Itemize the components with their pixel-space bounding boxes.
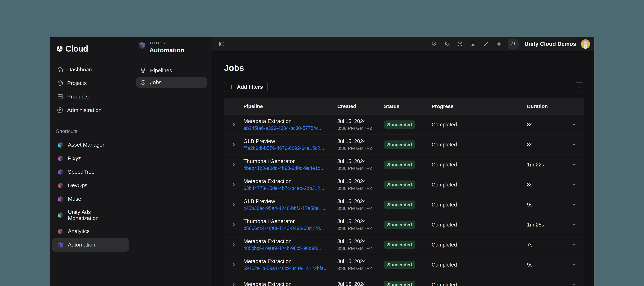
sidebar-item-projects[interactable]: Projects	[50, 76, 131, 90]
desktop-background: Cloud Dashboard Projects Products Admi	[0, 0, 644, 286]
progress-cell: Completed	[432, 282, 527, 286]
column-header-created: Created	[337, 104, 384, 109]
expand-row-button[interactable]	[230, 262, 237, 268]
row-options-button[interactable]	[572, 202, 577, 207]
sidebar-item-speedtree[interactable]: SpeedTree	[52, 165, 128, 179]
panel-toggle-icon	[219, 41, 225, 47]
fullscreen-button[interactable]	[482, 40, 490, 48]
status-badge: Succeeded	[384, 160, 415, 169]
expand-row-button[interactable]	[230, 182, 237, 188]
job-id-link[interactable]: f7a2b9df-b576-4679-8892-64a15c2...	[244, 145, 324, 151]
job-id-link[interactable]: c45b38ac-95a4-4248-bbf2-17a58a1...	[244, 206, 325, 211]
pipelines-icon	[140, 67, 146, 74]
plus-icon	[229, 84, 234, 90]
panel-toggle-button[interactable]	[218, 40, 226, 48]
expand-row-button[interactable]	[230, 142, 237, 148]
created-cell: Jul 15, 2024 3:36 PM GMT+2	[337, 198, 384, 211]
row-options-button[interactable]	[572, 142, 577, 147]
shortcuts-header: Shortcuts	[50, 127, 131, 135]
ellipsis-icon	[572, 242, 577, 247]
ellipsis-icon	[572, 202, 577, 207]
sidebar-item-automation[interactable]: Automation	[52, 238, 128, 252]
expand-row-button[interactable]	[230, 122, 237, 128]
row-options-button[interactable]	[572, 242, 577, 247]
ellipsis-icon	[572, 162, 577, 167]
table-row: Thumbnail Generator 4beb41b0-e0dd-4b98-9…	[224, 154, 584, 174]
created-date: Jul 15, 2024	[337, 238, 384, 244]
sidebar-item-analytics[interactable]: Analytics	[52, 225, 128, 238]
created-cell: Jul 15, 2024	[337, 281, 384, 286]
sidebar-item-dashboard[interactable]: Dashboard	[50, 63, 131, 76]
status-badge: Succeeded	[384, 281, 415, 286]
account-name[interactable]: Unity Cloud Demos	[524, 41, 576, 47]
progress-cell: Completed	[432, 202, 527, 208]
status-cell: Succeeded	[384, 141, 432, 149]
job-id-link[interactable]: eb245fa6-e399-4384-bc30-57754c...	[244, 126, 322, 131]
app-logo[interactable]: Cloud	[50, 43, 131, 54]
row-options-button[interactable]	[572, 282, 577, 286]
row-options-button[interactable]	[572, 122, 577, 127]
row-options-button[interactable]	[572, 262, 577, 268]
feedback-button[interactable]	[469, 40, 477, 48]
row-options-button[interactable]	[572, 162, 577, 167]
job-id-link[interactable]: 63b44778-15de-4b7c-b4eb-2bb312...	[244, 186, 324, 191]
job-id-link[interactable]: 4beb41b0-e0dd-4b98-9d0d-9a4e1d...	[244, 165, 324, 171]
sidebar-item-pixyz[interactable]: Pixyz	[52, 152, 128, 165]
ellipsis-icon	[572, 122, 577, 127]
created-time: 3:36 PM GMT+2	[337, 206, 384, 211]
page-title: Jobs	[224, 63, 584, 73]
topbar-actions: Unity Cloud Demos	[430, 39, 590, 49]
created-time: 3:36 PM GMT+2	[337, 186, 384, 191]
pipeline-cell: Thumbnail Generator b5866cc4-46ab-4143-8…	[244, 218, 337, 231]
job-id-link[interactable]: b5866cc4-46ab-4143-8496-08d128...	[244, 226, 324, 231]
progress-cell: Completed	[432, 182, 527, 188]
expand-row-button[interactable]	[230, 242, 237, 248]
sidebar-item-administration[interactable]: Administration	[50, 103, 131, 117]
expand-row-button[interactable]	[230, 282, 237, 286]
expand-row-button[interactable]	[230, 222, 237, 228]
apps-grid-button[interactable]	[495, 40, 503, 48]
sidebar-item-muse[interactable]: Muse	[52, 192, 128, 206]
sidebar-item-products[interactable]: Products	[50, 90, 131, 103]
row-options-button[interactable]	[572, 222, 577, 227]
primary-sidebar: Cloud Dashboard Projects Products Admi	[50, 37, 131, 286]
devops-icon	[57, 182, 64, 189]
created-cell: Jul 15, 2024 3:36 PM GMT+2	[337, 118, 384, 131]
status-cell: Succeeded	[384, 201, 432, 209]
status-badge: Succeeded	[384, 221, 415, 229]
unity-cloud-window: Cloud Dashboard Projects Products Admi	[50, 37, 594, 286]
sidebar-item-pipelines[interactable]: Pipelines	[136, 65, 207, 76]
row-options-button[interactable]	[572, 182, 577, 187]
sidebar-item-devops[interactable]: DevOps	[52, 179, 128, 192]
chevron-right-icon	[230, 122, 237, 128]
created-cell: Jul 15, 2024 3:36 PM GMT+2	[337, 258, 384, 271]
job-id-link[interactable]: 59152e1b-59a1-46c9-8c4e-1c122bfa...	[244, 266, 328, 271]
avatar[interactable]	[581, 39, 590, 49]
ellipsis-icon	[572, 282, 577, 286]
expand-row-button[interactable]	[230, 161, 237, 168]
created-time: 3:36 PM GMT+2	[337, 165, 384, 171]
duration-cell: 9s	[527, 262, 565, 268]
sidebar-item-asset-manager[interactable]: Asset Manager	[52, 138, 128, 152]
plus-icon	[117, 128, 123, 134]
table-options-button[interactable]	[575, 82, 584, 92]
job-id-link[interactable]: 485cbc64-9ae9-424b-98c5-96d98...	[244, 246, 321, 251]
notifications-button[interactable]	[508, 39, 519, 49]
members-button[interactable]	[443, 40, 451, 48]
pipeline-name: GLB Preview	[244, 198, 337, 204]
help-button[interactable]	[456, 40, 464, 48]
main-area: Unity Cloud Demos	[212, 37, 594, 286]
shortcuts-label: Shortcuts	[56, 128, 77, 134]
pipeline-cell: Metadata Extraction	[244, 281, 337, 286]
duration-cell: 9s	[527, 202, 565, 208]
sidebar-item-jobs[interactable]: Jobs	[136, 77, 207, 88]
ellipsis-icon	[572, 182, 577, 187]
created-date: Jul 15, 2024	[337, 258, 384, 264]
duration-cell: 8s	[527, 182, 565, 188]
pipeline-cell: Metadata Extraction 63b44778-15de-4b7c-b…	[244, 178, 337, 191]
add-shortcut-button[interactable]	[117, 128, 123, 135]
expand-row-button[interactable]	[230, 202, 237, 208]
add-filters-button[interactable]: Add filters	[224, 82, 268, 92]
privacy-button[interactable]	[430, 40, 438, 48]
sidebar-item-unity-ads-monetization[interactable]: Unity Ads Monetization	[52, 206, 128, 225]
